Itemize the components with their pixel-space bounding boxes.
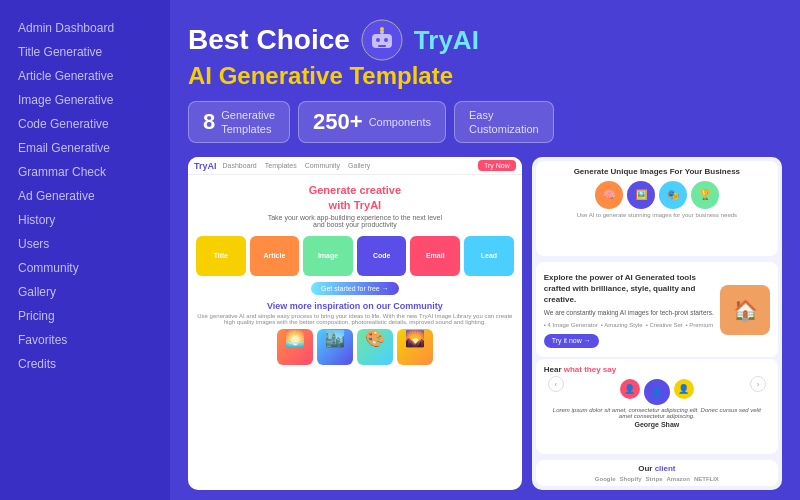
svg-rect-4 <box>378 45 386 47</box>
pr-client-stripe: Stripe <box>646 476 663 482</box>
preview-community-imgs: 🌅 🏙️ 🎨 🌄 <box>196 329 514 365</box>
pr-reviewer-name: George Shaw <box>544 421 770 428</box>
community-img-4: 🌄 <box>397 329 433 365</box>
pr-mini-2: 🖼️ <box>627 181 655 209</box>
pr-panel-explore-text: Explore the power of AI Generated tools … <box>544 272 714 348</box>
sidebar-item-email-generative[interactable]: Email Generative <box>0 136 170 160</box>
pr-explore-btn[interactable]: Try it now → <box>544 334 599 348</box>
pr-client-google: Google <box>595 476 616 482</box>
hero-text: Best Choice TryAI AI Generative Templat <box>188 18 782 143</box>
community-img-3: 🎨 <box>357 329 393 365</box>
sidebar-item-credits[interactable]: Credits <box>0 352 170 376</box>
preview-community-title: View more inspiration on our Community <box>196 301 514 311</box>
sidebar-item-admin-dashboard[interactable]: Admin Dashboard <box>0 16 170 40</box>
svg-point-6 <box>380 27 384 31</box>
sidebar-item-image-generative[interactable]: Image Generative <box>0 88 170 112</box>
preview-community-text: Use generative AI and simple easy proces… <box>196 313 514 325</box>
sidebar-item-favorites[interactable]: Favorites <box>0 328 170 352</box>
svg-rect-2 <box>376 38 380 42</box>
sidebar-item-pricing[interactable]: Pricing <box>0 304 170 328</box>
pr-mini-cards: 🧠 🖼️ 🎭 🏆 <box>544 181 770 209</box>
brand-label: TryAI <box>414 26 479 55</box>
stat-card-components: 250+ Components <box>298 101 446 144</box>
pl-card-code: Code <box>357 236 407 276</box>
preview-action-btn[interactable]: Try Now <box>478 160 516 171</box>
sidebar: Admin Dashboard Title Generative Article… <box>0 0 170 500</box>
pl-card-email: Email <box>410 236 460 276</box>
pr-avatar-3: 👤 <box>674 379 694 399</box>
hero-title-line2: AI Generative Template <box>188 62 782 91</box>
pr-panel-explore: Explore the power of AI Generated tools … <box>536 262 778 357</box>
pr-client-logos: Google Shopify Stripe Amazon NETFLIX <box>544 476 770 482</box>
sidebar-item-article-generative[interactable]: Article Generative <box>0 64 170 88</box>
preview-cards-row: Title Article Image Code Email Lead <box>188 232 522 280</box>
pr-panel-explore-title: Explore the power of AI Generated tools … <box>544 272 714 306</box>
pr-explore-image: 🏠 <box>720 285 770 335</box>
pl-card-title: Title <box>196 236 246 276</box>
pr-mini-3: 🎭 <box>659 181 687 209</box>
preview-right: Generate Unique Images For Your Business… <box>532 157 782 490</box>
pr-avatar-1: 👤 <box>620 379 640 399</box>
stat-number-templates: 8 <box>203 109 215 135</box>
preview-logo: TryAI <box>194 161 217 171</box>
preview-nav: Dashboard Templates Community Gallery <box>223 162 371 169</box>
preview-hero: Generate creativewith TryAI Take your wo… <box>188 175 522 232</box>
pr-chevron-right[interactable]: › <box>750 376 766 392</box>
preview-cta-btn[interactable]: Get started for free → <box>311 282 399 295</box>
sidebar-item-ad-generative[interactable]: Ad Generative <box>0 184 170 208</box>
nav-templates: Templates <box>265 162 297 169</box>
nav-gallery: Gallery <box>348 162 370 169</box>
stat-card-easy: EasyCustomization <box>454 101 554 144</box>
pr-client-shopify: Shopify <box>620 476 642 482</box>
nav-dashboard: Dashboard <box>223 162 257 169</box>
main-content: Best Choice TryAI AI Generative Templat <box>170 0 800 500</box>
preview-left: TryAI Dashboard Templates Community Gall… <box>188 157 522 490</box>
pr-client-netflix: NETFLIX <box>694 476 719 482</box>
svg-rect-3 <box>384 38 388 42</box>
preview-hero-title: Generate creativewith TryAI <box>198 183 512 212</box>
stat-card-templates: 8 GenerativeTemplates <box>188 101 290 144</box>
pr-test-avatars: 👤 👤 👤 <box>620 379 694 405</box>
pl-card-lead: Lead <box>464 236 514 276</box>
pr-explore-list: • 4 Image Generator • Amazing Style • Cr… <box>544 321 714 329</box>
sidebar-item-history[interactable]: History <box>0 208 170 232</box>
pr-testimonial-title: Hear what they say <box>544 365 770 374</box>
nav-community: Community <box>305 162 340 169</box>
community-img-1: 🌅 <box>277 329 313 365</box>
sidebar-item-title-generative[interactable]: Title Generative <box>0 40 170 64</box>
pr-mini-4: 🏆 <box>691 181 719 209</box>
sidebar-item-community[interactable]: Community <box>0 256 170 280</box>
pr-clients-section: Our client Google Shopify Stripe Amazon … <box>536 460 778 486</box>
pr-panel-unique-images: Generate Unique Images For Your Business… <box>536 161 778 256</box>
pl-card-article: Article <box>250 236 300 276</box>
stat-number-components: 250+ <box>313 109 363 135</box>
pr-panel-unique-title: Generate Unique Images For Your Business <box>544 167 770 177</box>
sidebar-item-gallery[interactable]: Gallery <box>0 280 170 304</box>
pr-clients-accent: client <box>655 464 676 473</box>
sidebar-item-code-generative[interactable]: Code Generative <box>0 112 170 136</box>
pr-clients-title: Our client <box>544 464 770 473</box>
pr-testimonial-accent: what they say <box>564 365 616 374</box>
pr-mini-1: 🧠 <box>595 181 623 209</box>
robot-icon <box>360 18 404 62</box>
pr-testimonial-quote: Lorem ipsum dolor sit amet, consectetur … <box>544 407 770 419</box>
pr-chevrons: ‹ 👤 👤 👤 › <box>544 376 770 405</box>
preview-community: View more inspiration on our Community U… <box>188 297 522 369</box>
hero-title-line1: Best Choice TryAI <box>188 18 782 62</box>
pr-panel-testimonial: Hear what they say ‹ 👤 👤 👤 › Lorem ipsum… <box>536 359 778 454</box>
hero-best-choice: Best Choice <box>188 25 350 56</box>
stats-row: 8 GenerativeTemplates 250+ Components Ea… <box>188 101 782 144</box>
sidebar-item-grammar-check[interactable]: Grammar Check <box>0 160 170 184</box>
sidebar-item-users[interactable]: Users <box>0 232 170 256</box>
stat-label-easy: EasyCustomization <box>469 108 539 137</box>
community-img-2: 🏙️ <box>317 329 353 365</box>
pr-panel-unique-desc: Use AI to generate stunning images for y… <box>544 212 770 218</box>
pr-avatar-2: 👤 <box>644 379 670 405</box>
preview-hero-sub: Take your work app-building experience t… <box>198 214 512 228</box>
stat-label-templates: GenerativeTemplates <box>221 108 275 137</box>
pr-client-amazon: Amazon <box>667 476 690 482</box>
stat-label-components: Components <box>369 115 431 129</box>
preview-topbar: TryAI Dashboard Templates Community Gall… <box>188 157 522 175</box>
pr-panel-explore-desc: We are constantly making AI images for t… <box>544 308 714 317</box>
pr-chevron-left[interactable]: ‹ <box>548 376 564 392</box>
